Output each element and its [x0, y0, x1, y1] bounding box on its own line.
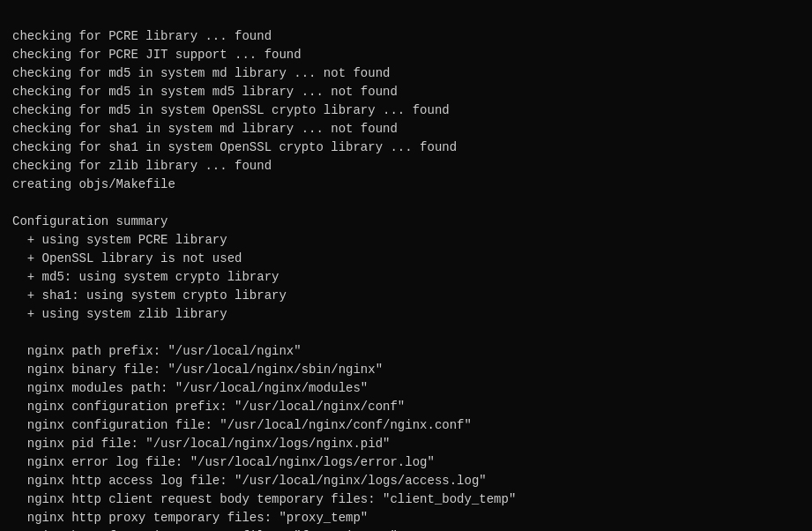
terminal-line: nginx path prefix: "/usr/local/nginx"	[12, 342, 800, 361]
terminal-line: checking for sha1 in system OpenSSL cryp…	[12, 138, 800, 157]
terminal-line: checking for PCRE library ... found	[12, 27, 800, 46]
terminal-line: nginx binary file: "/usr/local/nginx/sbi…	[12, 361, 800, 379]
terminal-line: creating objs/Makefile	[12, 176, 800, 194]
terminal-line: nginx configuration prefix: "/usr/local/…	[12, 398, 800, 416]
terminal-line: + sha1: using system crypto library	[12, 287, 800, 305]
terminal-line: checking for zlib library ... found	[12, 157, 800, 176]
terminal-line: nginx http fastcgi temporary files: "fas…	[12, 527, 800, 531]
terminal-output: checking for PCRE library ... foundcheck…	[12, 9, 800, 531]
terminal-line: nginx http proxy temporary files: "proxy…	[12, 509, 800, 527]
terminal-line: + md5: using system crypto library	[12, 268, 800, 287]
terminal-line: nginx modules path: "/usr/local/nginx/mo…	[12, 379, 800, 398]
terminal-line: checking for md5 in system md5 library .…	[12, 83, 800, 101]
terminal-line	[12, 324, 800, 342]
terminal-line: nginx configuration file: "/usr/local/ng…	[12, 416, 800, 435]
terminal-line: checking for md5 in system OpenSSL crypt…	[12, 101, 800, 120]
terminal-line: checking for md5 in system md library ..…	[12, 64, 800, 83]
terminal-line: nginx http access log file: "/usr/local/…	[12, 472, 800, 490]
terminal-line: checking for PCRE JIT support ... found	[12, 46, 800, 64]
terminal-line: + OpenSSL library is not used	[12, 250, 800, 268]
terminal-line: nginx http client request body temporary…	[12, 490, 800, 509]
terminal-line: nginx pid file: "/usr/local/nginx/logs/n…	[12, 435, 800, 453]
terminal-line: + using system PCRE library	[12, 231, 800, 250]
terminal-line: checking for sha1 in system md library .…	[12, 120, 800, 138]
terminal-line: Configuration summary	[12, 213, 800, 231]
terminal-line: nginx error log file: "/usr/local/nginx/…	[12, 453, 800, 472]
terminal-line: + using system zlib library	[12, 305, 800, 324]
terminal-line	[12, 194, 800, 213]
